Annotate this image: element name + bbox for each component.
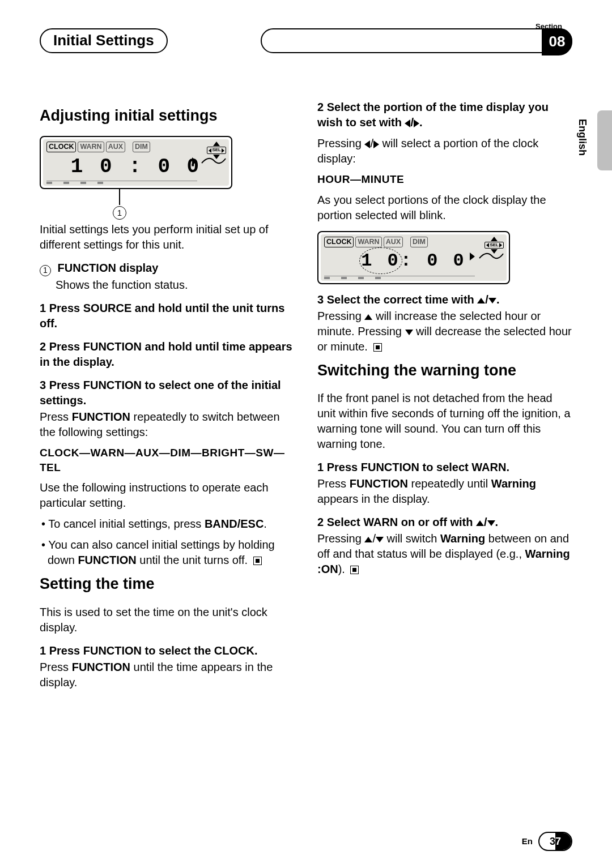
- setting-time-intro: This is used to set the time on the unit…: [40, 605, 295, 635]
- r-step-3: 3 Select the correct time with /.: [317, 292, 572, 307]
- blink-desc: As you select portions of the clock disp…: [317, 193, 572, 223]
- circled-1-icon: 1: [40, 265, 51, 276]
- curve-icon: [478, 249, 504, 260]
- end-mark-icon: [350, 566, 359, 574]
- r-step-2: 2 Select the portion of the time display…: [317, 100, 572, 130]
- lcd-tag-warn: WARN: [355, 237, 381, 247]
- warn-intro: If the front panel is not detached from …: [317, 391, 572, 452]
- step-3-desc: Press FUNCTION repeatedly to switch betw…: [40, 409, 295, 440]
- footer-lang: En: [522, 836, 533, 847]
- page-title: Initial Settings: [53, 31, 154, 50]
- intro-text: Initial settings lets you perform initia…: [40, 222, 295, 253]
- up-arrow-icon: [364, 537, 372, 542]
- r-step-2-desc: Pressing / will select a portion of the …: [317, 136, 572, 166]
- lcd-tag-clock: CLOCK: [324, 237, 354, 247]
- heading-setting-time: Setting the time: [40, 574, 295, 594]
- lcd-figure-1: CLOCK WARN AUX DIM SEL 1 0 : 0 0: [40, 136, 295, 220]
- down-arrow-icon: [376, 537, 384, 542]
- lcd-time-2: 1 0: 0 0: [324, 249, 503, 273]
- heading-adjusting: Adjusting initial settings: [40, 105, 295, 126]
- up-arrow-icon: [476, 520, 484, 526]
- hour-minute: HOUR—MINUTE: [317, 172, 572, 187]
- play-icon: [470, 253, 475, 260]
- callout-1: 1: [113, 206, 126, 220]
- page-header: 08 Initial Settings: [40, 28, 572, 54]
- warn-step-1-desc: Press FUNCTION repeatedly until Warning …: [317, 476, 572, 507]
- page-number-oval: 37: [538, 832, 572, 851]
- lcd-tag-warn: WARN: [78, 142, 104, 152]
- page-title-pill: Initial Settings: [40, 28, 168, 53]
- lcd-tag-aux: AUX: [106, 142, 125, 152]
- down-arrow-icon: [405, 330, 413, 335]
- up-arrow-icon: [477, 298, 485, 303]
- down-arrow-icon: [487, 520, 495, 526]
- right-column: 2 Select the portion of the time display…: [317, 100, 572, 696]
- lcd-tag-clock: CLOCK: [46, 142, 76, 152]
- set-step-1: 1 Press FUNCTION to select the CLOCK.: [40, 643, 295, 659]
- step-3: 3 Press FUNCTION to select one of the in…: [40, 378, 295, 408]
- down-arrow-icon: [488, 298, 496, 303]
- lcd-tag-aux: AUX: [384, 237, 403, 247]
- r-step-3-desc: Pressing will increase the selected hour…: [317, 309, 572, 354]
- left-column: Adjusting initial settings CLOCK WARN AU…: [40, 100, 295, 696]
- right-arrow-icon: [373, 140, 379, 148]
- up-arrow-icon: [364, 314, 372, 320]
- language-tab: English: [576, 119, 589, 156]
- right-arrow-icon: [414, 119, 419, 127]
- left-arrow-icon: [405, 119, 410, 127]
- warn-step-1: 1 Press FUNCTION to select WARN.: [317, 460, 572, 475]
- settings-chain: CLOCK—WARN—AUX—DIM—BRIGHT—SW—TEL: [40, 446, 295, 474]
- bullet-cancel: • To cancel initial settings, press BAND…: [40, 516, 295, 532]
- step-1: 1 Press SOURCE and hold until the unit t…: [40, 301, 295, 331]
- end-mark-icon: [253, 557, 262, 565]
- header-right-pill: 08: [261, 28, 572, 53]
- set-step-1-desc: Press FUNCTION until the time appears in…: [40, 660, 295, 690]
- curve-icon: [201, 154, 227, 165]
- use-instructions: Use the following instructions to operat…: [40, 480, 295, 511]
- page-footer: En 37: [522, 832, 572, 851]
- step-2: 2 Press FUNCTION and hold until time app…: [40, 339, 295, 370]
- warn-step-2: 2 Select WARN on or off with /.: [317, 515, 572, 530]
- bullet-hold: • You can also cancel initial settings b…: [40, 537, 295, 568]
- section-number: 08: [542, 28, 572, 55]
- heading-warning-tone: Switching the warning tone: [317, 360, 572, 380]
- lcd-figure-2: CLOCK WARN AUX DIM SEL 1 0: 0 0: [317, 231, 572, 284]
- function-display-title: 1 FUNCTION display: [40, 260, 295, 276]
- function-display-desc: Shows the function status.: [56, 277, 295, 293]
- play-icon: [192, 157, 197, 165]
- lcd-tag-dim: DIM: [133, 142, 150, 152]
- end-mark-icon: [373, 343, 382, 352]
- side-tab: [597, 110, 612, 170]
- lcd-tag-dim: DIM: [410, 237, 428, 247]
- warn-step-2-desc: Pressing / will switch Warning between o…: [317, 531, 572, 577]
- left-arrow-icon: [364, 140, 370, 148]
- lcd-time-1: 1 0 : 0 0: [46, 153, 226, 181]
